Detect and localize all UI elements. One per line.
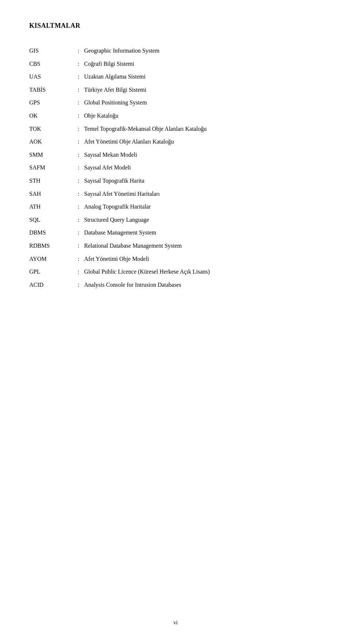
page-footer: vi — [0, 620, 351, 626]
abbreviation-colon: : — [73, 148, 84, 161]
abbreviation-definition: Relational Database Management System — [84, 239, 322, 252]
abbreviation-colon: : — [73, 70, 84, 83]
list-item: AYOM:Afet Yönetimi Obje Modeli — [29, 252, 322, 266]
abbreviation-colon: : — [73, 239, 84, 252]
abbreviation-term: AOK — [29, 135, 73, 148]
list-item: TABİS:Türkiye Afet Bilgi Sistemi — [29, 83, 322, 96]
abbreviation-definition: Obje Kataloğu — [84, 109, 322, 122]
list-item: SMM:Sayısal Mekan Modeli — [29, 148, 322, 161]
abbreviations-table: GIS:Geographic Information SystemCBS:Coğ… — [29, 44, 322, 291]
abbreviation-colon: : — [73, 200, 84, 213]
abbreviation-definition: Sayısal Topografik Harita — [84, 174, 322, 187]
abbreviation-colon: : — [73, 109, 84, 122]
list-item: SAH:Sayısal Afet Yönetimi Haritaları — [29, 187, 322, 201]
abbreviation-colon: : — [73, 57, 84, 71]
abbreviation-term: GIS — [29, 44, 73, 57]
list-item: GPS:Global Positioning System — [29, 96, 322, 109]
list-item: STH:Sayısal Topografik Harita — [29, 174, 322, 187]
abbreviation-definition: Türkiye Afet Bilgi Sistemi — [84, 83, 322, 96]
abbreviation-colon: : — [73, 226, 84, 239]
abbreviation-term: RDBMS — [29, 239, 73, 252]
abbreviation-colon: : — [73, 44, 84, 57]
abbreviation-term: TOK — [29, 122, 73, 136]
abbreviation-term: AYOM — [29, 252, 73, 266]
abbreviation-colon: : — [73, 83, 84, 96]
abbreviation-colon: : — [73, 213, 84, 226]
abbreviation-term: CBS — [29, 57, 73, 71]
abbreviation-definition: Sayısal Mekan Modeli — [84, 148, 322, 161]
abbreviation-term: GPL — [29, 265, 73, 278]
list-item: AOK:Afet Yönetimi Obje Alanları Kataloğu — [29, 135, 322, 148]
list-item: RDBMS:Relational Database Management Sys… — [29, 239, 322, 252]
abbreviation-term: SAFM — [29, 161, 73, 174]
abbreviation-definition: Sayısal Afet Yönetimi Haritaları — [84, 187, 322, 201]
list-item: GPL:Global Public Licence (Küresel Herke… — [29, 265, 322, 278]
list-item: ACID:Analysis Console for Intrusion Data… — [29, 278, 322, 291]
list-item: OK:Obje Kataloğu — [29, 109, 322, 122]
list-item: TOK:Temel Topografik-Mekansal Obje Alanl… — [29, 122, 322, 136]
abbreviation-term: ACID — [29, 278, 73, 291]
page-title: KISALTMALAR — [29, 22, 322, 30]
list-item: SAFM:Sayısal Afet Modeli — [29, 161, 322, 174]
abbreviation-definition: Analog Topografik Haritalar — [84, 200, 322, 213]
abbreviation-definition: Afet Yönetimi Obje Alanları Kataloğu — [84, 135, 322, 148]
abbreviation-term: SAH — [29, 187, 73, 201]
abbreviation-colon: : — [73, 161, 84, 174]
abbreviation-term: OK — [29, 109, 73, 122]
list-item: ATH:Analog Topografik Haritalar — [29, 200, 322, 213]
abbreviation-colon: : — [73, 122, 84, 136]
abbreviation-colon: : — [73, 252, 84, 266]
abbreviation-definition: Temel Topografik-Mekansal Obje Alanları … — [84, 122, 322, 136]
abbreviation-term: STH — [29, 174, 73, 187]
abbreviation-definition: Database Management System — [84, 226, 322, 239]
list-item: GIS:Geographic Information System — [29, 44, 322, 57]
list-item: CBS:Coğrafi Bilgi Sistemi — [29, 57, 322, 71]
abbreviation-definition: Analysis Console for Intrusion Databases — [84, 278, 322, 291]
abbreviation-colon: : — [73, 174, 84, 187]
abbreviation-definition: Geographic Information System — [84, 44, 322, 57]
abbreviation-definition: Afet Yönetimi Obje Modeli — [84, 252, 322, 266]
abbreviation-definition: Global Public Licence (Küresel Herkese A… — [84, 265, 322, 278]
abbreviation-term: SQL — [29, 213, 73, 226]
abbreviation-term: ATH — [29, 200, 73, 213]
abbreviation-definition: Uzaktan Algılama Sistemi — [84, 70, 322, 83]
abbreviation-colon: : — [73, 96, 84, 109]
abbreviation-term: TABİS — [29, 83, 73, 96]
abbreviation-colon: : — [73, 278, 84, 291]
abbreviation-term: UAS — [29, 70, 73, 83]
abbreviation-term: DBMS — [29, 226, 73, 239]
abbreviation-definition: Sayısal Afet Modeli — [84, 161, 322, 174]
list-item: DBMS:Database Management System — [29, 226, 322, 239]
abbreviation-colon: : — [73, 135, 84, 148]
list-item: UAS:Uzaktan Algılama Sistemi — [29, 70, 322, 83]
abbreviation-definition: Structured Query Language — [84, 213, 322, 226]
abbreviation-colon: : — [73, 265, 84, 278]
abbreviation-colon: : — [73, 187, 84, 201]
abbreviation-definition: Global Positioning System — [84, 96, 322, 109]
abbreviation-definition: Coğrafi Bilgi Sistemi — [84, 57, 322, 71]
abbreviation-term: SMM — [29, 148, 73, 161]
list-item: SQL:Structured Query Language — [29, 213, 322, 226]
abbreviation-term: GPS — [29, 96, 73, 109]
